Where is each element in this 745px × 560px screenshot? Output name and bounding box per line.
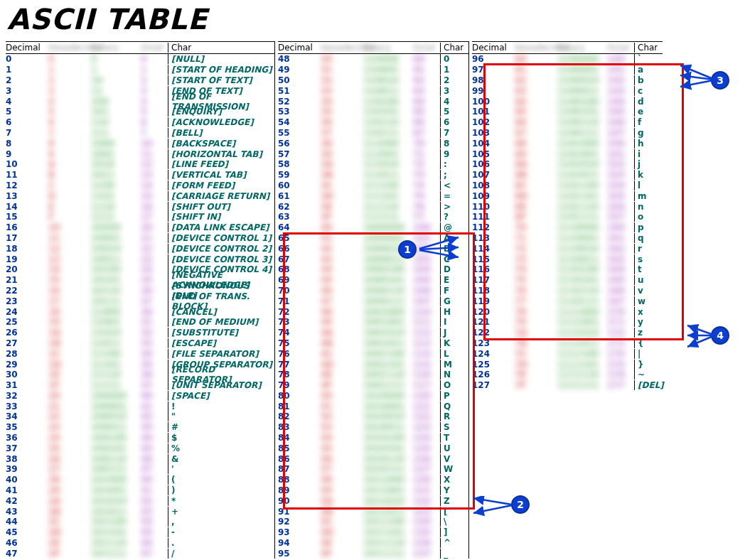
cell-decimal: 63 bbox=[278, 212, 321, 222]
cell-decimal: 48 bbox=[278, 54, 321, 64]
cell-octal: 113 bbox=[413, 338, 440, 348]
cell-decimal: 4 bbox=[6, 97, 48, 107]
cell-hex: 5 bbox=[48, 107, 91, 117]
cell-char: G bbox=[440, 296, 468, 306]
cell-hex: 6D bbox=[515, 191, 557, 201]
ascii-row: 70461000110106F bbox=[278, 286, 468, 296]
cell-decimal: 120 bbox=[472, 307, 515, 317]
cell-binary: 1110101 bbox=[557, 275, 607, 285]
ascii-row: 784E1001110116N bbox=[278, 370, 468, 380]
cell-decimal: 71 bbox=[278, 296, 321, 306]
cell-char: M bbox=[440, 360, 468, 370]
cell-decimal: 65 bbox=[278, 233, 321, 243]
ascii-row: 114721110010162r bbox=[472, 243, 663, 254]
cell-octal: 146 bbox=[607, 117, 634, 127]
cell-char: \ bbox=[440, 517, 468, 527]
ascii-row: 72481001000110H bbox=[278, 306, 468, 317]
cell-binary: 101 bbox=[91, 107, 141, 117]
cell-octal: 35 bbox=[141, 360, 168, 370]
cell-octal: 7 bbox=[141, 128, 168, 138]
cell-decimal: 118 bbox=[472, 286, 515, 296]
cell-hex: 7 bbox=[48, 128, 91, 138]
cell-char: 9 bbox=[440, 149, 468, 159]
cell-octal: 123 bbox=[413, 422, 440, 432]
cell-octal: 5 bbox=[141, 107, 168, 117]
cell-char: [BACKSPACE] bbox=[168, 139, 274, 149]
cell-hex: 5C bbox=[321, 517, 363, 527]
column-header: DecimalHexadecimalBinaryOctalChar bbox=[472, 41, 663, 54]
ascii-row: 332110000141! bbox=[6, 401, 274, 411]
cell-char: [SHIFT OUT] bbox=[168, 202, 274, 212]
ascii-row: 87571010111127W bbox=[278, 464, 468, 475]
ascii-row: 281C1110034[FILE SEPARATOR] bbox=[6, 348, 274, 359]
cell-decimal: 77 bbox=[278, 360, 321, 370]
ascii-row: 80501010000120P bbox=[278, 391, 468, 402]
ascii-row: 99631100011143c bbox=[472, 85, 663, 96]
cell-hex: 14 bbox=[48, 264, 91, 274]
cell-hex: 64 bbox=[515, 97, 557, 107]
cell-octal: 2 bbox=[141, 75, 168, 85]
cell-char: k bbox=[634, 170, 663, 180]
cell-hex: 6B bbox=[515, 170, 557, 180]
cell-octal: 110 bbox=[413, 307, 440, 317]
cell-octal: 160 bbox=[607, 222, 634, 232]
ascii-row: 22102[START OF TEXT] bbox=[6, 75, 274, 86]
cell-binary: 1001111 bbox=[363, 380, 413, 390]
ascii-column-1: DecimalHexadecimalBinaryOctalChar0000[NU… bbox=[6, 41, 274, 559]
cell-decimal: 103 bbox=[472, 128, 515, 138]
cell-char: s bbox=[634, 254, 663, 264]
cell-hex: D bbox=[48, 191, 91, 201]
cell-binary: 100 bbox=[91, 97, 141, 107]
ascii-row: 623E11111076> bbox=[278, 201, 468, 212]
cell-hex: 6 bbox=[48, 117, 91, 127]
ascii-row: 117751110101165u bbox=[472, 275, 663, 286]
cell-binary: 11110 bbox=[91, 370, 141, 379]
cell-char: Q bbox=[440, 402, 468, 411]
cell-decimal: 78 bbox=[278, 370, 321, 379]
ascii-row: 4830110000600 bbox=[278, 54, 468, 65]
cell-hex: 1F bbox=[48, 380, 91, 390]
cell-decimal: 111 bbox=[472, 212, 515, 222]
cell-binary: 10 bbox=[91, 75, 141, 85]
cell-octal: 106 bbox=[413, 286, 440, 296]
ascii-row: 120781111000170x bbox=[472, 306, 663, 317]
cell-binary: 110100 bbox=[363, 97, 413, 107]
cell-binary: 1111100 bbox=[557, 349, 607, 359]
cell-char: [DEVICE CONTROL 2] bbox=[168, 244, 274, 254]
ascii-row: 81511010001121Q bbox=[278, 401, 468, 411]
ascii-row: 744A1001010112J bbox=[278, 328, 468, 338]
cell-decimal: 102 bbox=[472, 117, 515, 127]
cell-binary: 110011 bbox=[363, 86, 413, 96]
cell-decimal: 95 bbox=[278, 549, 321, 559]
cell-binary: 100101 bbox=[91, 443, 141, 453]
cell-char: 0 bbox=[440, 54, 468, 64]
cell-char: [END OF MEDIUM] bbox=[168, 317, 274, 327]
ascii-row: 23171011127[END OF TRANS. BLOCK] bbox=[6, 296, 274, 306]
ascii-row: 412910100151) bbox=[6, 485, 274, 496]
cell-binary: 100100 bbox=[91, 433, 141, 443]
cell-hex: C bbox=[48, 181, 91, 190]
cell-octal: 124 bbox=[413, 433, 440, 443]
cell-char: c bbox=[634, 86, 663, 96]
cell-char: | bbox=[634, 349, 663, 359]
cell-decimal: 66 bbox=[278, 244, 321, 254]
cell-octal: 173 bbox=[607, 338, 634, 348]
column-header: DecimalHexadecimalBinaryOctalChar bbox=[6, 41, 274, 54]
cell-octal: 134 bbox=[413, 517, 440, 527]
cell-hex: 50 bbox=[321, 391, 363, 401]
cell-decimal: 21 bbox=[6, 275, 48, 285]
cell-hex: 8 bbox=[48, 139, 91, 149]
cell-octal: 122 bbox=[413, 411, 440, 421]
cell-binary: 1001101 bbox=[363, 360, 413, 370]
cell-char: L bbox=[440, 349, 468, 359]
cell-hex: 2E bbox=[48, 538, 91, 548]
ascii-row: 88581011000130X bbox=[278, 475, 468, 485]
cell-binary: 1100 bbox=[91, 181, 141, 190]
cell-char: @ bbox=[440, 222, 468, 232]
cell-decimal: 53 bbox=[278, 107, 321, 117]
ascii-row: 261A1101032[SUBSTITUTE] bbox=[6, 328, 274, 338]
cell-char: , bbox=[168, 517, 274, 527]
cell-decimal: 69 bbox=[278, 275, 321, 285]
cell-binary: 1110100 bbox=[557, 264, 607, 274]
cell-hex: 79 bbox=[515, 317, 557, 327]
